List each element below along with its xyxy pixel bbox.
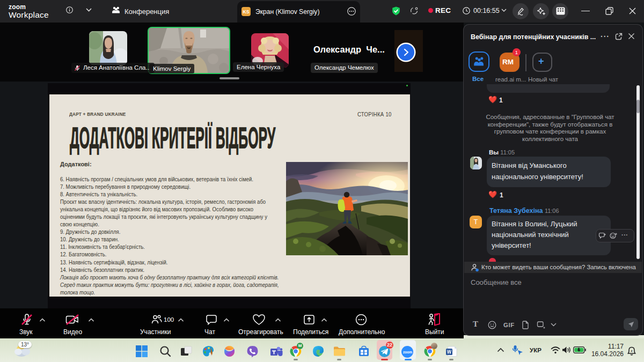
svg-text:z: z — [631, 349, 633, 352]
